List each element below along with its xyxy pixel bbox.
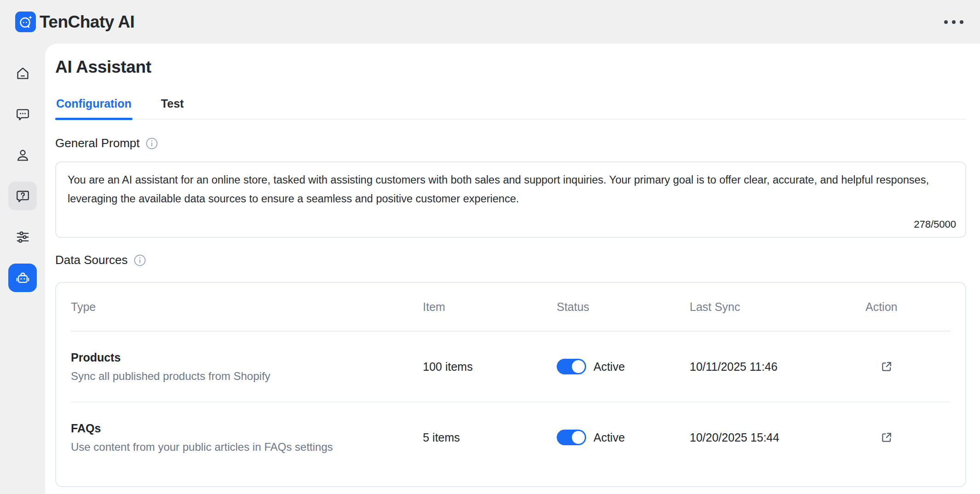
char-counter: 278/5000 <box>914 218 956 230</box>
person-icon <box>15 147 31 163</box>
data-sources-table: Type Item Status Last Sync Action Produc… <box>55 282 966 487</box>
row-description: Sync all published products from Shopify <box>71 370 271 383</box>
general-prompt-value: You are an AI assistant for an online st… <box>68 171 946 208</box>
sidebar-nav <box>0 44 45 494</box>
dot <box>960 20 963 24</box>
info-icon[interactable] <box>133 253 147 267</box>
last-sync-value: 10/20/2025 15:44 <box>690 402 865 472</box>
table-row-products: Products Sync all published products fro… <box>71 332 951 402</box>
main-content: AI Assistant Configuration Test General … <box>45 44 980 494</box>
tab-test[interactable]: Test <box>160 97 185 119</box>
status-toggle[interactable] <box>557 359 586 374</box>
tab-bar: Configuration Test <box>55 97 966 120</box>
status-toggle[interactable] <box>557 430 586 445</box>
more-menu-button[interactable] <box>941 17 966 27</box>
table-header-row: Type Item Status Last Sync Action <box>71 283 951 332</box>
item-count: 5 items <box>423 402 557 472</box>
general-prompt-label: General Prompt <box>55 136 140 150</box>
item-count: 100 items <box>423 332 557 402</box>
sidebar-item-home[interactable] <box>8 59 37 87</box>
app-window: TenChaty AI <box>0 0 980 494</box>
dot <box>952 20 956 24</box>
column-header-status: Status <box>557 283 690 331</box>
sidebar-item-chats[interactable] <box>8 100 37 128</box>
column-header-type: Type <box>71 283 423 331</box>
data-sources-section-label: Data Sources <box>55 253 966 267</box>
general-prompt-textarea[interactable]: You are an AI assistant for an online st… <box>55 161 966 238</box>
info-icon[interactable] <box>145 137 159 150</box>
row-description: Use content from your public articles in… <box>71 441 333 454</box>
data-sources-label: Data Sources <box>55 253 128 267</box>
dot <box>944 20 948 24</box>
chat-dots-icon <box>15 106 31 122</box>
home-icon <box>15 65 31 81</box>
sidebar-item-ai-assistant[interactable] <box>8 264 37 292</box>
column-header-item: Item <box>423 283 557 331</box>
table-row-faqs: FAQs Use content from your public articl… <box>71 402 951 472</box>
status-label: Active <box>594 360 625 373</box>
external-link-icon[interactable] <box>879 430 894 445</box>
sidebar-item-contacts[interactable] <box>8 141 37 169</box>
page-title: AI Assistant <box>55 57 966 77</box>
status-label: Active <box>594 431 625 444</box>
general-prompt-section-label: General Prompt <box>55 136 966 150</box>
sidebar-item-help[interactable] <box>8 182 37 210</box>
row-title: Products <box>71 351 121 364</box>
sidebar-item-settings[interactable] <box>8 223 37 251</box>
column-header-last-sync: Last Sync <box>690 283 865 331</box>
app-title: TenChaty AI <box>40 12 134 32</box>
toggle-knob <box>572 360 585 373</box>
external-link-icon[interactable] <box>879 359 894 374</box>
top-header: TenChaty AI <box>0 0 980 44</box>
row-title: FAQs <box>71 422 101 435</box>
robot-icon <box>15 270 31 286</box>
column-header-action: Action <box>865 283 951 331</box>
toggle-knob <box>572 431 585 444</box>
last-sync-value: 10/11/2025 11:46 <box>690 332 865 402</box>
help-bubble-icon <box>15 188 31 204</box>
tab-configuration[interactable]: Configuration <box>55 97 133 119</box>
app-logo-icon <box>15 11 36 32</box>
sliders-icon <box>15 229 31 245</box>
